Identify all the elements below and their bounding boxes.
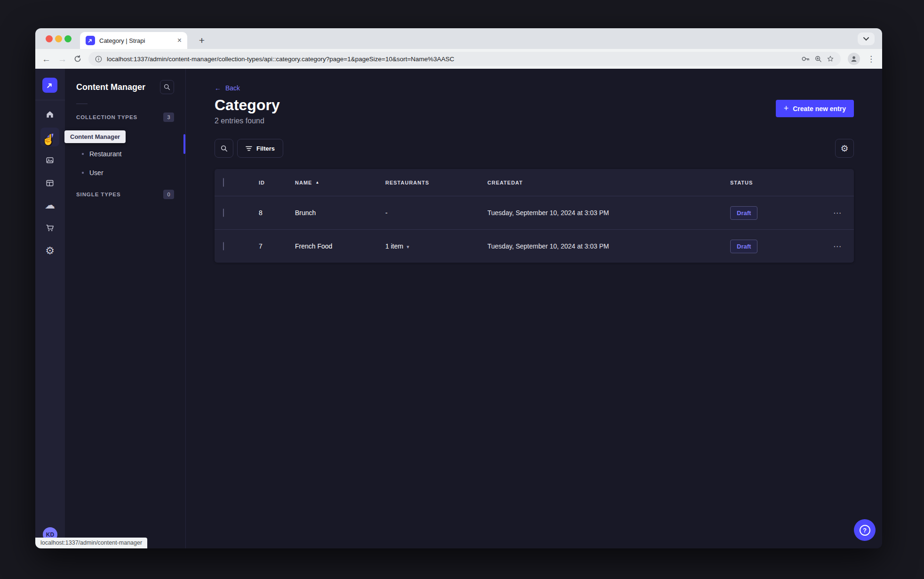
star-icon bbox=[827, 55, 834, 63]
subnav-item-user[interactable]: User bbox=[76, 163, 174, 182]
url-field[interactable]: localhost:1337/admin/content-manager/col… bbox=[88, 52, 841, 66]
forward-button[interactable]: → bbox=[58, 55, 67, 64]
cell-name: French Food bbox=[295, 242, 385, 250]
browser-window: Category | Strapi × + ← → localhost:1337… bbox=[35, 28, 882, 548]
cell-restaurants: - bbox=[385, 209, 487, 217]
gear-icon: ⚙ bbox=[840, 144, 848, 153]
row-actions-button[interactable]: ⋯ bbox=[820, 241, 854, 251]
single-types-count-badge: 0 bbox=[163, 190, 174, 199]
row-actions-button[interactable]: ⋯ bbox=[820, 208, 854, 218]
plus-icon: + bbox=[784, 104, 789, 113]
search-icon bbox=[221, 145, 228, 152]
single-types-label: SINGLE TYPES bbox=[76, 192, 121, 197]
cloud-icon: ☁ bbox=[45, 200, 55, 210]
mouse-cursor-icon: ☝ bbox=[42, 134, 55, 146]
browser-status-bar: localhost:1337/admin/content-manager bbox=[35, 538, 147, 548]
sidebar-item-settings[interactable]: ⚙ bbox=[40, 241, 59, 260]
question-mark-icon: ? bbox=[860, 525, 870, 536]
cell-name: Brunch bbox=[295, 209, 385, 217]
browser-menu-button[interactable]: ⋮ bbox=[867, 54, 876, 64]
subnav-search-button[interactable] bbox=[160, 80, 174, 94]
reload-button[interactable] bbox=[74, 55, 81, 63]
status-badge: Draft bbox=[730, 206, 757, 220]
select-all-checkbox[interactable] bbox=[223, 178, 224, 187]
column-header-id[interactable]: ID bbox=[259, 180, 295, 185]
filters-button[interactable]: Filters bbox=[237, 139, 283, 158]
browser-tab[interactable]: Category | Strapi × bbox=[80, 32, 187, 49]
rail-divider bbox=[35, 100, 65, 100]
sidebar-item-content-type-builder[interactable] bbox=[40, 174, 59, 193]
page-title: Category bbox=[215, 96, 280, 114]
sidebar-item-home[interactable] bbox=[40, 105, 59, 124]
row-checkbox[interactable] bbox=[223, 242, 224, 250]
status-badge: Draft bbox=[730, 240, 757, 253]
magnifier-plus-icon bbox=[815, 56, 822, 63]
help-button[interactable]: ? bbox=[854, 519, 876, 541]
info-icon[interactable] bbox=[95, 56, 102, 63]
strapi-logo-icon[interactable] bbox=[42, 78, 57, 93]
new-tab-button[interactable]: + bbox=[195, 34, 208, 47]
tab-search-button[interactable] bbox=[858, 32, 875, 45]
subnav-divider bbox=[76, 104, 88, 104]
subnav-item-restaurant[interactable]: Restaurant bbox=[76, 145, 174, 163]
password-manager-button[interactable] bbox=[801, 56, 810, 62]
cell-createdat: Tuesday, September 10, 2024 at 3:03 PM bbox=[487, 242, 730, 250]
content-manager-tooltip: Content Manager bbox=[64, 130, 126, 143]
table-header-row: ID NAME▲ RESTAURANTS CREATEDAT STATUS bbox=[215, 169, 854, 196]
back-button[interactable]: ← bbox=[42, 55, 51, 64]
column-header-name[interactable]: NAME▲ bbox=[295, 180, 385, 185]
gear-icon: ⚙ bbox=[45, 246, 55, 256]
cell-id: 8 bbox=[259, 209, 295, 217]
column-header-status[interactable]: STATUS bbox=[730, 180, 820, 185]
close-window-button[interactable] bbox=[46, 35, 53, 42]
table-row[interactable]: 7 French Food 1 item▾ Tuesday, September… bbox=[215, 229, 854, 263]
browser-toolbar: ← → localhost:1337/admin/content-manager… bbox=[35, 49, 882, 69]
subnav-title: Content Manager bbox=[76, 82, 145, 92]
cell-restaurants[interactable]: 1 item▾ bbox=[385, 242, 487, 250]
bullet-icon bbox=[82, 153, 84, 155]
entries-count: 2 entries found bbox=[215, 117, 280, 125]
zoom-window-button[interactable] bbox=[64, 35, 72, 42]
table-settings-button[interactable]: ⚙ bbox=[835, 139, 854, 158]
create-new-entry-button[interactable]: + Create new entry bbox=[776, 100, 854, 117]
bookmark-button[interactable] bbox=[827, 55, 834, 63]
search-icon bbox=[164, 84, 170, 90]
person-icon bbox=[850, 55, 858, 63]
cart-icon bbox=[45, 223, 55, 233]
minimize-window-button[interactable] bbox=[55, 35, 62, 42]
table-row[interactable]: 8 Brunch - Tuesday, September 10, 2024 a… bbox=[215, 196, 854, 229]
zoom-page-button[interactable] bbox=[815, 56, 822, 63]
tab-close-icon[interactable]: × bbox=[177, 37, 182, 44]
layout-icon bbox=[45, 178, 55, 188]
collection-types-label: COLLECTION TYPES bbox=[76, 114, 137, 120]
sidebar-item-cloud[interactable]: ☁ bbox=[40, 196, 59, 215]
collection-types-count-badge: 3 bbox=[163, 113, 174, 122]
cell-createdat: Tuesday, September 10, 2024 at 3:03 PM bbox=[487, 209, 730, 217]
sort-asc-icon: ▲ bbox=[315, 180, 319, 185]
table-search-button[interactable] bbox=[215, 139, 233, 158]
column-header-createdat[interactable]: CREATEDAT bbox=[487, 180, 730, 185]
bullet-icon bbox=[82, 172, 84, 174]
filter-icon bbox=[246, 146, 252, 151]
traffic-lights bbox=[46, 35, 72, 42]
back-link[interactable]: ← Back bbox=[215, 84, 240, 92]
url-text: localhost:1337/admin/content-manager/col… bbox=[107, 56, 797, 63]
sidebar-item-media-library[interactable] bbox=[40, 151, 59, 169]
tab-title: Category | Strapi bbox=[99, 37, 173, 44]
back-arrow-icon: ← bbox=[215, 84, 221, 92]
cell-id: 7 bbox=[259, 242, 295, 250]
tab-strip: Category | Strapi × + bbox=[35, 28, 882, 49]
strapi-admin-app: ☁ ⚙ KD ☝ Content Manager COLLECTION bbox=[35, 69, 882, 548]
caret-down-icon: ▾ bbox=[406, 244, 409, 249]
column-header-restaurants[interactable]: RESTAURANTS bbox=[385, 180, 487, 185]
entries-table: ID NAME▲ RESTAURANTS CREATEDAT STATUS 8 … bbox=[215, 169, 854, 263]
active-item-indicator bbox=[183, 134, 185, 154]
row-checkbox[interactable] bbox=[223, 209, 224, 217]
key-icon bbox=[801, 56, 810, 62]
strapi-favicon-icon bbox=[86, 36, 95, 45]
sidebar-item-marketplace[interactable] bbox=[40, 218, 59, 237]
profile-button[interactable] bbox=[848, 53, 860, 65]
images-icon bbox=[45, 155, 55, 165]
chevron-down-icon bbox=[863, 37, 869, 41]
main-content: ← Back Category 2 entries found + Create… bbox=[186, 69, 882, 548]
